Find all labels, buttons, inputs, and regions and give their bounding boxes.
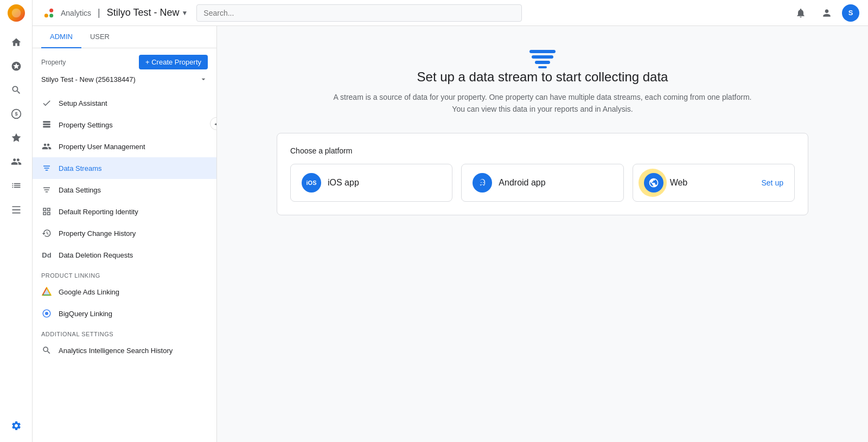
svg-point-3 [44, 14, 48, 17]
sidebar-item-data-deletion-requests[interactable]: Dd Data Deletion Requests [33, 244, 216, 266]
svg-point-0 [11, 9, 21, 18]
nav-charts[interactable] [5, 175, 27, 196]
web-label: Web [670, 178, 688, 188]
property-label: Property [41, 59, 66, 66]
avatar[interactable]: S [842, 4, 859, 22]
choose-platform-label: Choose a platform [290, 146, 795, 155]
analytics-label: Analytics [61, 9, 91, 17]
ios-label: iOS app [328, 178, 359, 188]
analytics-intelligence-search-history-icon [41, 345, 52, 356]
svg-rect-6 [43, 121, 50, 123]
sidebar-item-google-ads-linking-label: Google Ads Linking [59, 288, 119, 296]
main-content: Set up a data stream to start collecting… [217, 26, 868, 442]
sidebar-item-analytics-intelligence-search-history[interactable]: Analytics Intelligence Search History [33, 339, 216, 361]
top-bar: Analytics | Stilyo Test - New ▼ S [33, 0, 868, 26]
svg-rect-15 [529, 50, 556, 53]
google-ads-linking-icon [41, 286, 52, 297]
svg-rect-18 [538, 66, 547, 68]
svg-rect-7 [43, 124, 50, 125]
sidebar-nav: Setup Assistant Property Settings Proper… [33, 90, 216, 363]
property-selector[interactable]: Stilyo Test - New (256138447) [33, 72, 216, 90]
app-logo [8, 4, 25, 22]
stream-icon [527, 48, 558, 69]
platform-card-web[interactable]: Web Set up [633, 164, 795, 202]
property-settings-icon [41, 119, 52, 130]
sidebar-item-data-settings-label: Data Settings [59, 186, 101, 194]
sidebar-tabs: ADMIN USER [33, 26, 216, 48]
platform-container: Choose a platform iOS iOS app A [277, 133, 808, 215]
search-container [196, 4, 522, 22]
svg-marker-10 [43, 288, 51, 296]
tab-admin[interactable]: ADMIN [41, 26, 81, 48]
web-setup-link[interactable]: Set up [762, 178, 783, 187]
sidebar-item-property-change-history[interactable]: Property Change History [33, 222, 216, 244]
default-reporting-identity-icon [41, 206, 52, 217]
nav-home[interactable] [5, 31, 27, 53]
sidebar-item-property-settings-label: Property Settings [59, 121, 113, 129]
svg-rect-16 [532, 55, 553, 59]
left-nav: $ [0, 0, 33, 442]
sidebar-item-analytics-intelligence-search-history-label: Analytics Intelligence Search History [59, 347, 173, 355]
sidebar-item-google-ads-linking[interactable]: Google Ads Linking [33, 281, 216, 303]
data-settings-icon [41, 184, 52, 195]
nav-audience[interactable] [5, 151, 27, 172]
sidebar-item-setup-assistant[interactable]: Setup Assistant [33, 92, 216, 114]
svg-point-14 [45, 312, 48, 315]
platform-card-android[interactable]: Android app [461, 164, 623, 202]
sidebar-item-property-change-history-label: Property Change History [59, 229, 136, 238]
svg-rect-17 [535, 61, 550, 64]
sidebar-item-data-settings[interactable]: Data Settings [33, 179, 216, 201]
bigquery-linking-icon [41, 308, 52, 319]
ios-icon: iOS [302, 173, 321, 193]
setup-assistant-icon [41, 98, 52, 108]
sidebar: ADMIN USER Property + Create Property St… [33, 26, 217, 442]
tab-user[interactable]: USER [81, 26, 118, 48]
property-dropdown-arrow[interactable]: ▼ [181, 9, 188, 17]
create-property-button[interactable]: + Create Property [139, 55, 208, 69]
property-name: Stilyo Test - New [107, 7, 180, 18]
android-label: Android app [499, 178, 545, 188]
sidebar-item-default-reporting-identity-label: Default Reporting Identity [59, 208, 138, 216]
property-header: Property + Create Property [33, 48, 216, 72]
property-change-history-icon [41, 228, 52, 239]
nav-configure[interactable] [5, 127, 27, 149]
android-icon [473, 173, 492, 193]
nav-explore[interactable] [5, 79, 27, 101]
sidebar-item-data-deletion-requests-label: Data Deletion Requests [59, 251, 133, 259]
svg-point-19 [481, 182, 482, 183]
content-layout: ADMIN USER Property + Create Property St… [33, 26, 868, 442]
sidebar-item-property-settings[interactable]: Property Settings [33, 114, 216, 136]
search-input[interactable] [196, 4, 522, 22]
nav-list[interactable] [5, 198, 27, 220]
nav-reports[interactable] [5, 55, 27, 77]
svg-text:$: $ [15, 111, 17, 117]
sidebar-item-bigquery-linking-label: BigQuery Linking [59, 310, 112, 318]
property-user-management-icon [41, 141, 52, 152]
svg-point-4 [49, 8, 53, 12]
property-dropdown-icon [199, 75, 208, 84]
sidebar-item-data-streams-label: Data Streams [59, 164, 101, 172]
user-icon[interactable] [816, 2, 838, 24]
top-bar-actions: S [790, 1, 859, 25]
web-icon [644, 173, 663, 193]
platform-card-ios[interactable]: iOS iOS app [290, 164, 452, 202]
main-title: Set up a data stream to start collecting… [417, 69, 668, 85]
sidebar-item-property-user-management[interactable]: Property User Management [33, 136, 216, 157]
main-area: Analytics | Stilyo Test - New ▼ S ADMIN … [33, 0, 868, 442]
notifications-icon[interactable] [790, 2, 812, 24]
additional-settings-section-label: ADDITIONAL SETTINGS [33, 324, 216, 339]
data-deletion-requests-icon: Dd [41, 249, 52, 260]
nav-admin-settings[interactable] [5, 415, 27, 437]
sidebar-item-default-reporting-identity[interactable]: Default Reporting Identity [33, 201, 216, 222]
svg-point-20 [483, 182, 484, 183]
platform-cards: iOS iOS app Android app [290, 164, 795, 202]
sidebar-item-bigquery-linking[interactable]: BigQuery Linking [33, 303, 216, 324]
nav-advertising[interactable]: $ [5, 103, 27, 125]
product-linking-section-label: PRODUCT LINKING [33, 266, 216, 281]
svg-point-5 [49, 14, 53, 17]
svg-rect-8 [43, 126, 50, 127]
main-description: A stream is a source of data for your pr… [331, 91, 754, 116]
app-title: Analytics | Stilyo Test - New ▼ [41, 5, 188, 21]
sidebar-item-data-streams[interactable]: Data Streams [33, 157, 216, 179]
sidebar-item-property-user-management-label: Property User Management [59, 143, 145, 151]
